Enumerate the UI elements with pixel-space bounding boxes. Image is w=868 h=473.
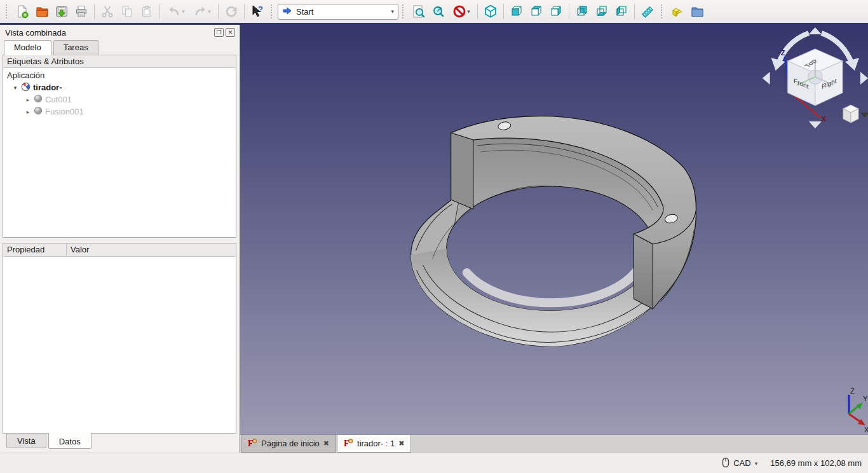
origin-y-arrowhead bbox=[857, 402, 863, 409]
freecad-doc-icon: F bbox=[248, 438, 257, 449]
navigation-cube[interactable]: Z X Top Front Right bbox=[763, 27, 868, 128]
nav-menu-caret[interactable] bbox=[860, 113, 868, 118]
3d-scene: Z X Top Front Right bbox=[240, 25, 868, 434]
svg-text:F: F bbox=[344, 438, 349, 448]
tree-item-cut001[interactable]: ▸ Cut001 bbox=[3, 93, 236, 106]
ruler-icon bbox=[641, 4, 654, 18]
tree-item-document[interactable]: ▾ tirador- bbox=[3, 81, 236, 93]
view-top-button[interactable] bbox=[527, 2, 546, 21]
toolbar-grip[interactable] bbox=[271, 4, 274, 18]
property-panel: Propiedad Valor bbox=[3, 243, 236, 434]
document-icon bbox=[21, 82, 31, 93]
fit-selection-button[interactable] bbox=[429, 2, 448, 21]
svg-text:F: F bbox=[248, 438, 254, 448]
undo-icon bbox=[167, 4, 181, 18]
paste-button[interactable] bbox=[137, 2, 156, 21]
tab-tareas[interactable]: Tareas bbox=[53, 40, 98, 55]
central-area: Z X Top Front Right bbox=[240, 25, 868, 453]
model-tirador[interactable] bbox=[411, 116, 696, 346]
print-button[interactable] bbox=[72, 2, 91, 21]
origin-axis-cross: Z Y X bbox=[849, 387, 868, 434]
nav-arrow-left[interactable] bbox=[763, 72, 770, 85]
paste-icon bbox=[140, 4, 154, 18]
tab-label: Página de inicio bbox=[261, 439, 320, 448]
undo-dropdown-caret[interactable]: ▾ bbox=[182, 8, 185, 15]
toolbar-separator bbox=[94, 4, 95, 19]
origin-y-label: Y bbox=[863, 395, 868, 402]
new-document-button[interactable] bbox=[13, 2, 32, 21]
origin-z-label: Z bbox=[850, 387, 855, 395]
undo-button[interactable]: ▾ bbox=[163, 2, 189, 21]
draw-style-dropdown-caret[interactable]: ▾ bbox=[467, 8, 470, 15]
cut-button[interactable] bbox=[98, 2, 117, 21]
close-panel-icon[interactable]: ✕ bbox=[226, 28, 235, 37]
front-view-icon bbox=[510, 4, 524, 18]
close-tab-icon[interactable]: ✖ bbox=[323, 439, 329, 448]
view-axonometric-button[interactable] bbox=[481, 2, 500, 21]
tab-document-tirador[interactable]: F tirador- : 1 ✖ bbox=[337, 435, 411, 453]
tree-item-fusion001[interactable]: ▸ Fusion001 bbox=[3, 106, 236, 118]
tab-vista[interactable]: Vista bbox=[6, 434, 46, 448]
nav-style-dropdown-caret[interactable]: ▾ bbox=[755, 460, 758, 467]
dock-splitter[interactable] bbox=[3, 238, 236, 243]
toolbar-grip[interactable] bbox=[402, 4, 405, 18]
blue-folder-icon bbox=[690, 4, 704, 18]
view-front-button[interactable] bbox=[507, 2, 526, 21]
tab-datos[interactable]: Datos bbox=[48, 433, 92, 449]
feature-label: Fusion001 bbox=[45, 107, 84, 116]
open-recent-button[interactable] bbox=[688, 2, 707, 21]
draw-style-button[interactable]: ▾ bbox=[449, 2, 474, 21]
redo-button[interactable]: ▾ bbox=[189, 2, 215, 21]
nav-arrow-right[interactable] bbox=[860, 72, 868, 85]
workbench-dropdown-caret[interactable]: ▾ bbox=[391, 8, 394, 15]
toolbar-grip[interactable] bbox=[6, 4, 9, 18]
float-panel-icon[interactable]: ❐ bbox=[214, 28, 224, 37]
whats-this-icon: ? bbox=[250, 4, 264, 18]
dock-titlebar[interactable]: Vista combinada ❐ ✕ bbox=[3, 25, 236, 38]
right-view-icon bbox=[549, 4, 563, 18]
nav-minicube[interactable] bbox=[843, 105, 858, 123]
refresh-button[interactable] bbox=[222, 2, 241, 21]
workbench-selected-value: Start bbox=[296, 7, 386, 17]
view-bottom-button[interactable] bbox=[592, 2, 611, 21]
cube-x-axis-label: X bbox=[822, 115, 827, 123]
save-document-button[interactable] bbox=[52, 2, 71, 21]
nav-arrow-down[interactable] bbox=[809, 121, 822, 128]
rotate-left-arrowhead bbox=[771, 58, 785, 71]
open-document-button[interactable] bbox=[32, 2, 51, 21]
redo-dropdown-caret[interactable]: ▾ bbox=[208, 8, 211, 15]
start-workbench-icon bbox=[282, 6, 292, 18]
value-column[interactable]: Valor bbox=[67, 243, 236, 256]
tree-item-application[interactable]: Aplicación bbox=[3, 69, 236, 81]
view-rear-button[interactable] bbox=[573, 2, 592, 21]
tab-start-page[interactable]: F Página de inicio ✖ bbox=[241, 435, 336, 453]
redo-icon bbox=[193, 4, 207, 18]
toolbar-grip[interactable] bbox=[661, 4, 664, 18]
whats-this-button[interactable]: ? bbox=[248, 2, 267, 21]
part-export-button[interactable] bbox=[668, 2, 687, 21]
workbench-selector[interactable]: Start ▾ bbox=[278, 4, 398, 20]
copy-button[interactable] bbox=[118, 2, 137, 21]
dock-title: Vista combinada bbox=[5, 28, 212, 38]
svg-text:?: ? bbox=[258, 4, 263, 14]
fit-selection-icon bbox=[431, 4, 445, 18]
measure-distance-button[interactable] bbox=[638, 2, 657, 21]
view-right-button[interactable] bbox=[546, 2, 566, 21]
expander-closed-icon[interactable]: ▸ bbox=[25, 97, 31, 103]
property-header: Propiedad Valor bbox=[3, 243, 236, 257]
tab-modelo[interactable]: Modelo bbox=[4, 40, 51, 55]
property-column[interactable]: Propiedad bbox=[3, 243, 67, 256]
tree-column-header[interactable]: Etiquetas & Atributos bbox=[3, 55, 236, 68]
nav-arrow-up[interactable] bbox=[809, 27, 822, 34]
property-view-tabs: Vista Datos bbox=[3, 434, 236, 451]
new-document-icon bbox=[15, 4, 29, 18]
origin-x-label: X bbox=[864, 426, 868, 434]
3d-viewport[interactable]: Z X Top Front Right bbox=[240, 25, 868, 434]
close-tab-icon[interactable]: ✖ bbox=[398, 439, 404, 448]
property-list[interactable] bbox=[3, 257, 236, 433]
expander-open-icon[interactable]: ▾ bbox=[12, 85, 18, 91]
view-left-button[interactable] bbox=[612, 2, 631, 21]
expander-closed-icon[interactable]: ▸ bbox=[25, 109, 31, 115]
nav-style-label[interactable]: CAD bbox=[733, 458, 750, 468]
fit-all-button[interactable] bbox=[409, 2, 428, 21]
